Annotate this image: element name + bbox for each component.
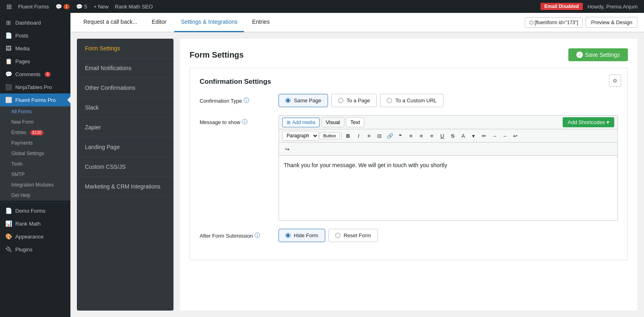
nav-editor[interactable]: Editor bbox=[145, 13, 173, 32]
settings-nav-landing-page[interactable]: Landing Page bbox=[77, 137, 173, 157]
undo-btn[interactable]: ↩ bbox=[511, 131, 520, 141]
sidebar-item-posts[interactable]: 📄 Posts bbox=[0, 29, 70, 42]
add-media-icon: ⊞ bbox=[287, 120, 291, 125]
text-tab[interactable]: Text bbox=[346, 117, 365, 127]
sidebar-item-comments[interactable]: 💬 Comments 6 bbox=[0, 68, 70, 81]
nav-settings-integrations[interactable]: Settings & Integrations bbox=[174, 13, 244, 32]
radio-to-a-page-input[interactable] bbox=[338, 98, 343, 103]
unordered-list-btn[interactable]: ≡ bbox=[364, 131, 374, 141]
submenu-get-help[interactable]: Get Help bbox=[0, 190, 70, 201]
align-left-btn[interactable]: ≡ bbox=[406, 131, 416, 141]
sidebar-item-media[interactable]: 🖼 Media bbox=[0, 42, 70, 55]
after-form-submission-label: After Form Submission ⓘ bbox=[200, 229, 272, 239]
ordered-list-btn[interactable]: ⊟ bbox=[375, 131, 384, 141]
settings-nav-marketing-crm[interactable]: Marketing & CRM Integrations bbox=[77, 177, 173, 197]
settings-nav-form-settings[interactable]: Form Settings bbox=[77, 39, 173, 58]
redo-btn[interactable]: ↪ bbox=[282, 144, 292, 154]
edit-link-btn[interactable]: ✏ bbox=[479, 131, 489, 141]
shortcode-button[interactable]: ⬡ [fluentform id="173"] bbox=[525, 17, 583, 28]
preview-design-button[interactable]: Preview & Design bbox=[586, 17, 638, 28]
sidebar-item-plugins[interactable]: 🔌 Plugins bbox=[0, 243, 70, 256]
sidebar-item-fluentforms[interactable]: ⬜ Fluent Forms Pro bbox=[0, 93, 70, 106]
radio-same-page-input[interactable] bbox=[285, 98, 291, 103]
settings-nav-zapier[interactable]: Zapier bbox=[77, 118, 173, 137]
submenu-payments[interactable]: Payments bbox=[0, 138, 70, 148]
italic-btn[interactable]: I bbox=[354, 131, 363, 141]
settings-nav-slack[interactable]: Slack bbox=[77, 98, 173, 118]
editor-content[interactable]: Thank you for your message. We will get … bbox=[279, 156, 617, 220]
after-submission-info-icon[interactable]: ⓘ bbox=[254, 232, 260, 239]
sidebar-item-pages[interactable]: 📋 Pages bbox=[0, 55, 70, 68]
editor-toolbar-row2: ↪ bbox=[279, 143, 617, 156]
adminbar-new[interactable]: + New bbox=[90, 0, 111, 13]
after-form-submission-control: Hide Form Reset Form bbox=[279, 229, 618, 242]
dashboard-icon: ⊞ bbox=[5, 19, 12, 26]
submenu-global-settings[interactable]: Global Settings bbox=[0, 148, 70, 159]
bold-btn[interactable]: B bbox=[343, 131, 353, 141]
align-right-btn[interactable]: ≡ bbox=[427, 131, 437, 141]
admin-menu: ⊞ Dashboard 📄 Posts 🖼 Media 📋 Pages 💬 Co… bbox=[0, 13, 70, 317]
button-tag-btn[interactable]: Button bbox=[320, 132, 340, 139]
save-settings-button[interactable]: ✓ Save Settings bbox=[568, 48, 628, 61]
gear-button[interactable]: ⚙ bbox=[609, 75, 621, 87]
paragraph-select[interactable]: Paragraph bbox=[282, 131, 319, 141]
settings-title: Form Settings ✓ Save Settings bbox=[190, 48, 628, 61]
radio-to-custom-url[interactable]: To a Custom URL bbox=[380, 94, 444, 107]
link-btn[interactable]: 🔗 bbox=[385, 131, 395, 141]
submenu-smtp[interactable]: SMTP bbox=[0, 169, 70, 180]
indent-btn[interactable]: → bbox=[490, 131, 500, 141]
settings-nav-email-notifications[interactable]: Email Notifications bbox=[77, 58, 173, 78]
align-center-btn[interactable]: ≡ bbox=[417, 131, 426, 141]
radio-hide-form[interactable]: Hide Form bbox=[279, 229, 325, 242]
adminbar-rank-math[interactable]: Rank Math SEO bbox=[112, 0, 156, 13]
adminbar-site-name[interactable]: Fluent Forms bbox=[15, 0, 52, 13]
radio-same-page[interactable]: Same Page bbox=[279, 94, 328, 107]
nav-request-callback[interactable]: Request a call back... bbox=[77, 13, 144, 32]
text-color-btn[interactable]: A bbox=[458, 131, 468, 141]
radio-reset-form-input[interactable] bbox=[335, 233, 341, 238]
radio-hide-form-input[interactable] bbox=[285, 233, 291, 238]
submenu-tools[interactable]: Tools bbox=[0, 159, 70, 169]
text-color-picker-btn[interactable]: ▾ bbox=[469, 131, 479, 141]
sidebar-item-ninjatables[interactable]: ⬛ NinjaTables Pro bbox=[0, 81, 70, 93]
sidebar-item-rank-math[interactable]: 📊 Rank Math bbox=[0, 217, 70, 230]
fluent-forms-arrow bbox=[67, 97, 70, 103]
sidebar-item-appearance[interactable]: 🎨 Appearance bbox=[0, 230, 70, 243]
settings-sidebar: Form Settings Email Notifications Other … bbox=[77, 39, 173, 311]
check-circle-icon: ✓ bbox=[576, 52, 583, 58]
gear-icon: ⚙ bbox=[613, 78, 617, 84]
message-to-show-control: ⊞ Add media Visual Text Add Shortcodes ▾ bbox=[279, 115, 618, 221]
underline-btn[interactable]: U bbox=[438, 131, 447, 141]
outdent-btn[interactable]: ← bbox=[500, 131, 510, 141]
radio-reset-form[interactable]: Reset Form bbox=[328, 229, 378, 242]
submenu-entries[interactable]: Entries 8130 bbox=[0, 127, 70, 138]
radio-to-custom-url-input[interactable] bbox=[387, 98, 392, 103]
adminbar-comments-total[interactable]: 💬 5 bbox=[73, 0, 90, 13]
submenu-new-form[interactable]: New Form bbox=[0, 117, 70, 127]
radio-to-a-page[interactable]: To a Page bbox=[331, 94, 377, 107]
confirmation-type-label: Confirmation Type ⓘ bbox=[200, 94, 272, 104]
sidebar-item-demo-forms[interactable]: 📄 Demo Forms bbox=[0, 204, 70, 217]
menu-separator bbox=[0, 202, 70, 203]
visual-tab[interactable]: Visual bbox=[321, 117, 344, 127]
confirmation-type-info-icon[interactable]: ⓘ bbox=[244, 97, 249, 104]
editor-toolbar-row1: Paragraph Button B I ≡ ⊟ 🔗 ❝ bbox=[279, 129, 617, 143]
sidebar-item-dashboard[interactable]: ⊞ Dashboard bbox=[0, 16, 70, 29]
email-disabled-badge: Email Disabled bbox=[541, 3, 583, 10]
adminbar-comments[interactable]: 💬 1 bbox=[52, 0, 73, 13]
submenu-all-forms[interactable]: All Forms bbox=[0, 106, 70, 117]
message-info-icon[interactable]: ⓘ bbox=[242, 118, 248, 126]
strikethrough-btn[interactable]: S bbox=[448, 131, 458, 141]
blockquote-btn[interactable]: ❝ bbox=[396, 131, 405, 141]
settings-nav-other-confirmations[interactable]: Other Confirmations bbox=[77, 78, 173, 98]
media-icon: 🖼 bbox=[5, 45, 12, 52]
wp-logo[interactable]: ⊞ bbox=[3, 0, 15, 13]
settings-nav-custom-css-js[interactable]: Custom CSS/JS bbox=[77, 157, 173, 177]
add-shortcodes-button[interactable]: Add Shortcodes ▾ bbox=[563, 117, 614, 127]
message-to-show-label: Message to show ⓘ bbox=[200, 115, 272, 126]
nav-entries[interactable]: Entries bbox=[246, 13, 276, 32]
submenu-integration-modules[interactable]: Integration Modules bbox=[0, 180, 70, 190]
confirmation-type-control: Same Page To a Page To a Custom URL bbox=[279, 94, 618, 107]
fluentforms-icon: ⬜ bbox=[5, 97, 12, 103]
add-media-button[interactable]: ⊞ Add media bbox=[282, 118, 320, 127]
